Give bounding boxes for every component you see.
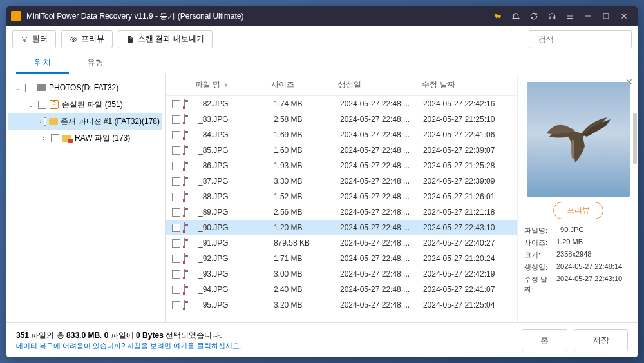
checkbox[interactable] bbox=[172, 255, 180, 263]
checkbox[interactable] bbox=[172, 193, 180, 201]
checkbox[interactable] bbox=[172, 115, 180, 124]
checkbox[interactable] bbox=[44, 117, 46, 126]
file-row[interactable]: _95.JPG3.20 MB2024-05-27 22:48:...2024-0… bbox=[166, 297, 517, 313]
save-button[interactable]: 저장 bbox=[574, 329, 628, 351]
scrollbar[interactable] bbox=[633, 113, 637, 319]
file-created: 2024-05-27 22:48:... bbox=[340, 285, 423, 294]
search-input[interactable] bbox=[538, 35, 635, 44]
help-link[interactable]: 데이터 복구에 어려움이 있습니까? 지침을 보려면 여기를 클릭하십시오. bbox=[16, 342, 242, 349]
close-button[interactable] bbox=[615, 8, 633, 24]
preview-toggle-button[interactable]: 프리뷰 bbox=[61, 30, 113, 48]
checkbox[interactable] bbox=[172, 239, 180, 248]
app-icon bbox=[11, 11, 21, 21]
checkbox[interactable] bbox=[38, 101, 46, 109]
checkbox[interactable] bbox=[172, 100, 180, 108]
chevron-down-icon[interactable]: ⌄ bbox=[26, 101, 35, 108]
file-size: 1.74 MB bbox=[274, 99, 340, 108]
bell-icon[interactable] bbox=[507, 8, 525, 24]
file-row[interactable]: _83.JPG2.58 MB2024-05-27 22:48:...2024-0… bbox=[166, 112, 517, 127]
tree-lost-label: 손실된 파일 (351) bbox=[62, 99, 123, 110]
minimize-button[interactable] bbox=[579, 8, 597, 24]
tree-partition[interactable]: › 존재 파티션 #1 (FAT32)(178) bbox=[8, 113, 162, 130]
file-size: 1.60 MB bbox=[274, 146, 340, 155]
menu-icon[interactable] bbox=[561, 8, 579, 24]
eye-icon bbox=[70, 35, 77, 43]
refresh-icon[interactable] bbox=[525, 8, 543, 24]
tree-raw-label: RAW 파일 (173) bbox=[75, 133, 130, 144]
file-row[interactable]: _89.JPG2.56 MB2024-05-27 22:48:...2024-0… bbox=[166, 204, 517, 220]
checkbox[interactable] bbox=[172, 146, 180, 155]
file-row[interactable]: _91.JPG879.58 KB2024-05-27 22:48:...2024… bbox=[166, 235, 517, 251]
file-row[interactable]: _88.JPG1.52 MB2024-05-27 22:48:...2024-0… bbox=[166, 189, 517, 204]
checkbox[interactable] bbox=[172, 162, 180, 170]
file-modified: 2024-05-27 22:40:27 bbox=[423, 239, 517, 248]
file-name: _94.JPG bbox=[198, 285, 274, 294]
file-modified: 2024-05-27 22:43:10 bbox=[423, 223, 517, 232]
file-modified: 2024-05-27 21:21:18 bbox=[423, 208, 517, 217]
search-box[interactable] bbox=[529, 30, 632, 48]
file-name: _83.JPG bbox=[198, 115, 274, 124]
file-row[interactable]: _90.JPG1.20 MB2024-05-27 22:48:...2024-0… bbox=[166, 220, 517, 235]
checkbox[interactable] bbox=[172, 301, 180, 309]
image-file-icon bbox=[184, 161, 194, 170]
chevron-right-icon[interactable]: › bbox=[39, 118, 41, 125]
key-icon[interactable] bbox=[489, 8, 507, 24]
checkbox[interactable] bbox=[172, 270, 180, 279]
meta-modified-label: 수정 날짜: bbox=[524, 275, 556, 294]
checkbox[interactable] bbox=[172, 131, 180, 139]
tab-type[interactable]: 유형 bbox=[69, 52, 122, 74]
filter-button[interactable]: 필터 bbox=[12, 30, 56, 48]
checkbox[interactable] bbox=[25, 84, 33, 92]
export-button[interactable]: 스캔 결과 내보내기 bbox=[118, 30, 213, 48]
column-size[interactable]: 사이즈 bbox=[271, 79, 338, 90]
file-name: _92.JPG bbox=[198, 254, 274, 263]
file-row[interactable]: _93.JPG3.00 MB2024-05-27 22:48:...2024-0… bbox=[166, 266, 517, 282]
maximize-button[interactable] bbox=[597, 8, 615, 24]
question-icon: ? bbox=[49, 100, 59, 109]
file-list-body[interactable]: _82.JPG1.74 MB2024-05-27 22:48:...2024-0… bbox=[166, 96, 517, 322]
chevron-down-icon[interactable]: ⌄ bbox=[14, 84, 23, 92]
preview-button[interactable]: 프리뷰 bbox=[553, 202, 603, 219]
file-row[interactable]: _86.JPG1.93 MB2024-05-27 22:48:...2024-0… bbox=[166, 158, 517, 173]
image-file-icon bbox=[184, 300, 194, 309]
meta-created-label: 생성일: bbox=[524, 262, 556, 272]
file-row[interactable]: _84.JPG1.69 MB2024-05-27 22:48:...2024-0… bbox=[166, 127, 517, 142]
file-row[interactable]: _94.JPG2.40 MB2024-05-27 22:48:...2024-0… bbox=[166, 282, 517, 297]
tree-lost-files[interactable]: ⌄ ? 손실된 파일 (351) bbox=[8, 96, 162, 113]
file-row[interactable]: _92.JPG1.71 MB2024-05-27 22:48:...2024-0… bbox=[166, 251, 517, 266]
checkbox[interactable] bbox=[172, 224, 180, 232]
file-row[interactable]: _87.JPG3.30 MB2024-05-27 22:48:...2024-0… bbox=[166, 173, 517, 189]
file-row[interactable]: _82.JPG1.74 MB2024-05-27 22:48:...2024-0… bbox=[166, 96, 517, 112]
column-name[interactable]: 파일 명 ▼ bbox=[172, 79, 271, 90]
file-size: 1.20 MB bbox=[274, 223, 340, 232]
file-created: 2024-05-27 22:48:... bbox=[340, 223, 423, 232]
home-button[interactable]: 홈 bbox=[522, 329, 567, 351]
image-file-icon bbox=[184, 254, 194, 263]
image-file-icon bbox=[184, 270, 194, 279]
file-created: 2024-05-27 22:48:... bbox=[340, 300, 423, 309]
checkbox[interactable] bbox=[51, 134, 59, 142]
heron-image bbox=[536, 101, 620, 172]
file-name: _90.JPG bbox=[198, 223, 274, 232]
file-row[interactable]: _85.JPG1.60 MB2024-05-27 22:48:...2024-0… bbox=[166, 142, 517, 158]
app-title: MiniTool Power Data Recovery v11.9 - 등기 … bbox=[26, 11, 489, 22]
checkbox[interactable] bbox=[172, 177, 180, 186]
footer: 351 파일의 총 833.0 MB. 0 파일에 0 Bytes 선택되었습니… bbox=[6, 322, 638, 357]
headset-icon[interactable] bbox=[543, 8, 561, 24]
file-name: _86.JPG bbox=[198, 161, 274, 170]
file-size: 1.93 MB bbox=[274, 161, 340, 170]
image-file-icon bbox=[184, 177, 194, 186]
checkbox[interactable] bbox=[172, 286, 180, 294]
tree-root[interactable]: ⌄ PHOTOS(D: FAT32) bbox=[8, 79, 162, 96]
tab-location[interactable]: 위치 bbox=[16, 52, 69, 74]
column-modified[interactable]: 수정 날짜 bbox=[422, 79, 517, 90]
column-created[interactable]: 생성일 bbox=[338, 79, 422, 90]
image-file-icon bbox=[184, 146, 194, 155]
checkbox[interactable] bbox=[172, 208, 180, 217]
file-modified: 2024-05-27 22:41:06 bbox=[423, 130, 517, 139]
titlebar: MiniTool Power Data Recovery v11.9 - 등기 … bbox=[6, 6, 638, 26]
preview-thumbnail bbox=[527, 82, 630, 197]
file-name: _93.JPG bbox=[198, 270, 274, 279]
tree-raw[interactable]: › RAW 파일 (173) bbox=[8, 130, 162, 146]
chevron-right-icon[interactable]: › bbox=[39, 135, 48, 142]
